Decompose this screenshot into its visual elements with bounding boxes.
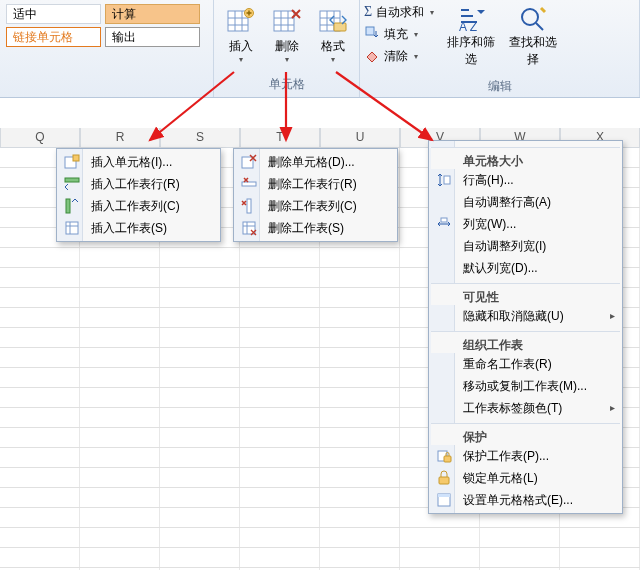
rename-sheet-item[interactable]: 重命名工作表(R) (431, 353, 620, 375)
edit-group-label: 编辑 (364, 76, 635, 97)
insert-button[interactable]: 插入 ▾ (219, 4, 263, 67)
insert-cells-item[interactable]: 插入单元格(I)... (59, 151, 218, 173)
insert-cells-icon (63, 153, 81, 171)
insert-sheet-item[interactable]: 插入工作表(S) (59, 217, 218, 239)
tab-color-item[interactable]: 工作表标签颜色(T) (431, 397, 620, 419)
sort-filter-icon: A Z (455, 4, 487, 34)
clear-button[interactable]: 清除▾ (364, 46, 434, 66)
delete-col-item[interactable]: 删除工作表列(C) (236, 195, 395, 217)
style-output[interactable]: 输出 (105, 27, 200, 47)
section-cellsize: 单元格大小 (431, 147, 620, 169)
find-select-button[interactable]: 查找和选择 (504, 2, 562, 70)
insert-col-item[interactable]: 插入工作表列(C) (59, 195, 218, 217)
col-q[interactable]: Q (0, 128, 80, 148)
delete-col-icon (240, 197, 258, 215)
chevron-down-icon: ▾ (285, 55, 289, 64)
delete-sheet-item[interactable]: 删除工作表(S) (236, 217, 395, 239)
section-organize: 组织工作表 (431, 331, 620, 353)
svg-rect-17 (444, 176, 450, 184)
style-calc[interactable]: 计算 (105, 4, 200, 24)
editing-group: Σ 自动求和▾ 填充▾ 清除▾ A Z 排序和筛选 (360, 0, 640, 97)
svg-rect-10 (65, 178, 79, 182)
svg-rect-21 (439, 477, 449, 484)
style-normal[interactable]: 适中 (6, 4, 101, 24)
delete-cells-icon (271, 7, 303, 37)
protect-sheet-icon (435, 447, 453, 465)
svg-rect-9 (73, 155, 79, 161)
svg-rect-11 (66, 199, 70, 213)
svg-rect-15 (247, 199, 251, 213)
format-cells-item[interactable]: 设置单元格格式(E)... (431, 489, 620, 511)
svg-rect-14 (242, 182, 256, 186)
svg-rect-18 (441, 218, 447, 222)
insert-row-item[interactable]: 插入工作表行(R) (59, 173, 218, 195)
section-protect: 保护 (431, 423, 620, 445)
col-u[interactable]: U (320, 128, 400, 148)
autofit-rowh-item[interactable]: 自动调整行高(A) (431, 191, 620, 213)
svg-rect-5 (366, 27, 374, 35)
styles-group: 适中 计算 链接单元格 输出 (0, 0, 214, 97)
chevron-down-icon: ▾ (331, 55, 335, 64)
col-width-icon (435, 215, 453, 233)
find-icon (517, 4, 549, 34)
autosum-button[interactable]: Σ 自动求和▾ (364, 2, 434, 22)
svg-rect-12 (66, 222, 78, 234)
autofit-colw-item[interactable]: 自动调整列宽(I) (431, 235, 620, 257)
col-s[interactable]: S (160, 128, 240, 148)
svg-rect-4 (334, 23, 346, 31)
format-button[interactable]: 格式 ▾ (311, 4, 355, 67)
insert-row-icon (63, 175, 81, 193)
style-linkcell[interactable]: 链接单元格 (6, 27, 101, 47)
delete-row-icon (240, 175, 258, 193)
sigma-icon: Σ (364, 4, 372, 20)
col-r[interactable]: R (80, 128, 160, 148)
cells-group-label: 单元格 (214, 74, 359, 95)
chevron-down-icon: ▾ (239, 55, 243, 64)
delete-row-item[interactable]: 删除工作表行(R) (236, 173, 395, 195)
svg-rect-2 (274, 11, 294, 31)
format-cells-icon (317, 7, 349, 37)
delete-cells-icon (240, 153, 258, 171)
delete-button[interactable]: 删除 ▾ (265, 4, 309, 67)
insert-menu: 插入单元格(I)... 插入工作表行(R) 插入工作表列(C) 插入工作表(S) (56, 148, 221, 242)
row-height-item[interactable]: 行高(H)... (431, 169, 620, 191)
format-menu: 单元格大小 行高(H)... 自动调整行高(A) 列宽(W)... 自动调整列宽… (428, 140, 623, 514)
svg-rect-20 (444, 456, 451, 462)
eraser-icon (364, 47, 380, 66)
section-visibility: 可见性 (431, 283, 620, 305)
cells-group: 插入 ▾ 删除 ▾ 格式 ▾ 单元格 (214, 0, 360, 97)
lock-icon (435, 469, 453, 487)
delete-cells-item[interactable]: 删除单元格(D)... (236, 151, 395, 173)
format-dialog-icon (435, 491, 453, 509)
insert-cells-icon (225, 7, 257, 37)
lock-cell-item[interactable]: 锁定单元格(L) (431, 467, 620, 489)
fill-down-icon (364, 25, 380, 44)
hide-unhide-item[interactable]: 隐藏和取消隐藏(U) (431, 305, 620, 327)
delete-menu: 删除单元格(D)... 删除工作表行(R) 删除工作表列(C) 删除工作表(S) (233, 148, 398, 242)
ribbon: 适中 计算 链接单元格 输出 插入 ▾ 删除 ▾ (0, 0, 640, 98)
insert-sheet-icon (63, 219, 81, 237)
col-width-item[interactable]: 列宽(W)... (431, 213, 620, 235)
row-height-icon (435, 171, 453, 189)
svg-text:A Z: A Z (459, 20, 477, 34)
delete-sheet-icon (240, 219, 258, 237)
insert-col-icon (63, 197, 81, 215)
sort-filter-button[interactable]: A Z 排序和筛选 (442, 2, 500, 70)
svg-point-7 (522, 9, 538, 25)
default-colw-item[interactable]: 默认列宽(D)... (431, 257, 620, 279)
col-t[interactable]: T (240, 128, 320, 148)
move-copy-sheet-item[interactable]: 移动或复制工作表(M)... (431, 375, 620, 397)
svg-rect-23 (438, 494, 450, 497)
fill-button[interactable]: 填充▾ (364, 24, 434, 44)
protect-sheet-item[interactable]: 保护工作表(P)... (431, 445, 620, 467)
